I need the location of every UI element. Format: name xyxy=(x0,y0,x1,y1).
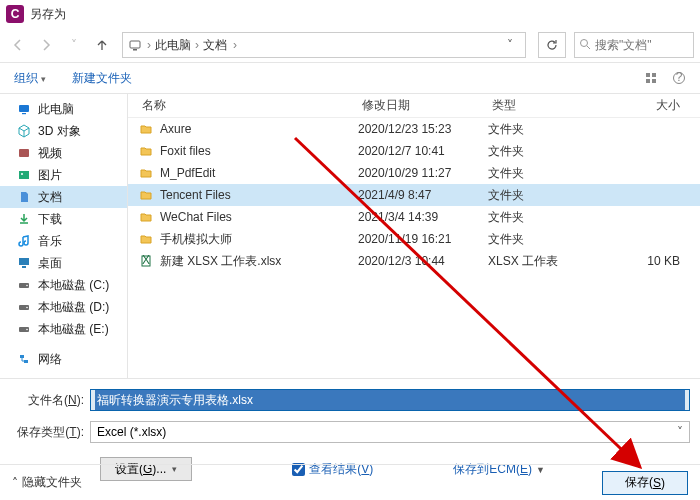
file-name: Tencent Files xyxy=(160,188,231,202)
hide-folders-toggle[interactable]: ˄ 隐藏文件夹 xyxy=(12,474,82,491)
cube-icon xyxy=(16,123,32,139)
sidebar-item[interactable]: 音乐 xyxy=(0,230,127,252)
sidebar-item[interactable]: 本地磁盘 (C:) xyxy=(0,274,127,296)
organize-menu[interactable]: 组织 xyxy=(10,68,50,89)
file-row[interactable]: WeChat Files2021/3/4 14:39文件夹 xyxy=(128,206,700,228)
file-date: 2020/12/23 15:23 xyxy=(358,122,488,136)
help-icon: ? xyxy=(672,71,686,85)
sidebar-item[interactable]: 网络 xyxy=(0,348,127,370)
filename-input[interactable] xyxy=(95,390,685,410)
file-type: 文件夹 xyxy=(488,231,588,248)
disk-icon xyxy=(16,299,32,315)
folder-icon xyxy=(138,209,154,225)
search-input[interactable] xyxy=(574,32,694,58)
search-icon xyxy=(579,38,591,53)
svg-text:?: ? xyxy=(676,71,683,84)
svg-rect-0 xyxy=(130,41,140,48)
view-mode-button[interactable] xyxy=(640,67,662,89)
sidebar-item-label: 本地磁盘 (D:) xyxy=(38,299,109,316)
filetype-combo[interactable]: Excel (*.xlsx) ˅ xyxy=(90,421,690,443)
chevron-down-icon: ˅ xyxy=(677,425,683,439)
save-button[interactable]: 保存(S) xyxy=(602,471,688,495)
file-name: WeChat Files xyxy=(160,210,232,224)
file-date: 2021/3/4 14:39 xyxy=(358,210,488,224)
refresh-button[interactable] xyxy=(538,32,566,58)
arrow-up-icon xyxy=(95,38,109,52)
nav-history-dropdown[interactable]: ˅ xyxy=(62,33,86,57)
chevron-up-icon: ˄ xyxy=(12,476,18,490)
file-row[interactable]: Foxit files2020/12/7 10:41文件夹 xyxy=(128,140,700,162)
title-bar: C 另存为 xyxy=(0,0,700,28)
sidebar-item[interactable]: 桌面 xyxy=(0,252,127,274)
sidebar-item-label: 桌面 xyxy=(38,255,62,272)
column-header-size[interactable]: 大小 xyxy=(588,97,700,114)
file-row[interactable]: Axure2020/12/23 15:23文件夹 xyxy=(128,118,700,140)
sidebar-item[interactable]: 此电脑 xyxy=(0,98,127,120)
sidebar-item[interactable]: 文档 xyxy=(0,186,127,208)
file-type: 文件夹 xyxy=(488,143,588,160)
svg-point-20 xyxy=(26,307,28,309)
refresh-icon xyxy=(545,38,559,52)
chevron-right-icon: › xyxy=(147,38,151,52)
svg-rect-13 xyxy=(19,171,29,179)
file-type: 文件夹 xyxy=(488,121,588,138)
file-date: 2020/12/7 10:41 xyxy=(358,144,488,158)
file-name: M_PdfEdit xyxy=(160,166,215,180)
document-icon xyxy=(16,189,32,205)
new-folder-button[interactable]: 新建文件夹 xyxy=(68,68,136,89)
file-list-header: 名称 修改日期 类型 大小 xyxy=(128,94,700,118)
file-row[interactable]: Tencent Files2021/4/9 8:47文件夹 xyxy=(128,184,700,206)
list-view-icon xyxy=(644,71,658,85)
file-name: Axure xyxy=(160,122,191,136)
sidebar-item[interactable]: 3D 对象 xyxy=(0,120,127,142)
sidebar-item[interactable]: 本地磁盘 (D:) xyxy=(0,296,127,318)
file-list-body: Axure2020/12/23 15:23文件夹Foxit files2020/… xyxy=(128,118,700,378)
file-type: 文件夹 xyxy=(488,165,588,182)
file-date: 2020/12/3 10:44 xyxy=(358,254,488,268)
filetype-label: 保存类型(T): xyxy=(10,424,90,441)
file-row[interactable]: 手机模拟大师2020/11/19 16:21文件夹 xyxy=(128,228,700,250)
svg-point-22 xyxy=(26,329,28,331)
breadcrumb[interactable]: › 此电脑 › 文档 › ˅ xyxy=(122,32,526,58)
nav-forward-button[interactable] xyxy=(34,33,58,57)
sidebar-item[interactable]: 本地磁盘 (E:) xyxy=(0,318,127,340)
nav-up-button[interactable] xyxy=(90,33,114,57)
search-field[interactable] xyxy=(595,38,685,52)
sidebar-item[interactable]: 图片 xyxy=(0,164,127,186)
main-area: 此电脑3D 对象视频图片文档下载音乐桌面本地磁盘 (C:)本地磁盘 (D:)本地… xyxy=(0,94,700,378)
file-row[interactable]: X新建 XLSX 工作表.xlsx2020/12/3 10:44XLSX 工作表… xyxy=(128,250,700,272)
file-date: 2020/10/29 11:27 xyxy=(358,166,488,180)
sidebar-item-label: 图片 xyxy=(38,167,62,184)
file-type: 文件夹 xyxy=(488,187,588,204)
sidebar-item[interactable]: 下载 xyxy=(0,208,127,230)
sidebar-item-label: 文档 xyxy=(38,189,62,206)
breadcrumb-dropdown[interactable]: ˅ xyxy=(499,34,521,56)
sidebar-item[interactable]: 视频 xyxy=(0,142,127,164)
help-button[interactable]: ? xyxy=(668,67,690,89)
file-pane: 名称 修改日期 类型 大小 Axure2020/12/23 15:23文件夹Fo… xyxy=(128,94,700,378)
video-icon xyxy=(16,145,32,161)
breadcrumb-segment[interactable]: 此电脑 xyxy=(155,37,191,54)
filetype-value: Excel (*.xlsx) xyxy=(97,425,166,439)
column-header-type[interactable]: 类型 xyxy=(488,97,588,114)
column-header-date[interactable]: 修改日期 xyxy=(358,97,488,114)
pc-icon xyxy=(16,101,32,117)
svg-rect-11 xyxy=(22,113,26,114)
folder-icon xyxy=(138,231,154,247)
svg-rect-16 xyxy=(22,266,26,268)
breadcrumb-segment[interactable]: 文档 xyxy=(203,37,227,54)
svg-text:X: X xyxy=(142,254,150,267)
file-row[interactable]: M_PdfEdit2020/10/29 11:27文件夹 xyxy=(128,162,700,184)
xlsx-icon: X xyxy=(138,253,154,269)
svg-rect-4 xyxy=(646,73,650,77)
disk-icon xyxy=(16,321,32,337)
nav-row: ˅ › 此电脑 › 文档 › ˅ xyxy=(0,28,700,62)
filename-input-wrap[interactable] xyxy=(90,389,690,411)
sidebar-item-label: 此电脑 xyxy=(38,101,74,118)
column-header-name[interactable]: 名称 xyxy=(138,97,358,114)
nav-back-button[interactable] xyxy=(6,33,30,57)
app-icon: C xyxy=(6,5,24,23)
file-name: Foxit files xyxy=(160,144,211,158)
file-size: 10 KB xyxy=(588,254,700,268)
file-type: XLSX 工作表 xyxy=(488,253,588,270)
